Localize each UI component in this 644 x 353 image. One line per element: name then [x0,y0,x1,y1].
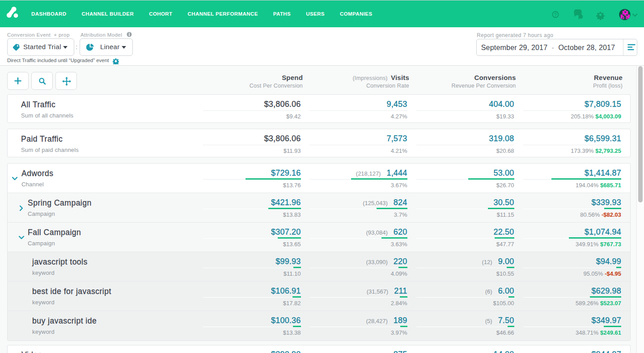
svg-text:?: ? [554,12,557,17]
